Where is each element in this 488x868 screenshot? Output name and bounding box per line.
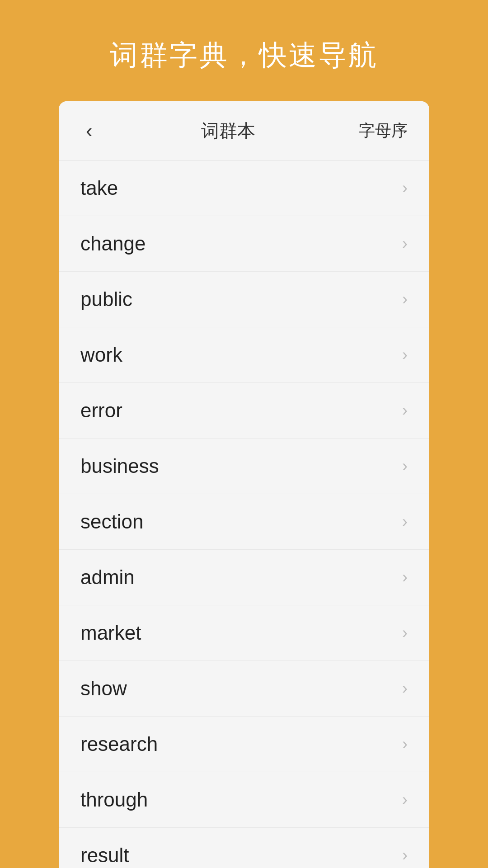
list-item[interactable]: result›	[59, 828, 429, 868]
list-item-label: error	[80, 399, 122, 422]
chevron-right-icon: ›	[402, 179, 408, 198]
chevron-right-icon: ›	[402, 290, 408, 309]
list-item-label: change	[80, 232, 145, 255]
word-list-card: ‹ 词群本 字母序 take›change›public›work›error›…	[59, 101, 429, 868]
list-item[interactable]: research›	[59, 717, 429, 772]
chevron-right-icon: ›	[402, 401, 408, 420]
list-item[interactable]: show›	[59, 661, 429, 717]
list-item-label: admin	[80, 566, 135, 589]
list-item-label: work	[80, 344, 122, 366]
word-list: take›change›public›work›error›business›s…	[59, 160, 429, 868]
list-item-label: public	[80, 288, 132, 311]
list-item[interactable]: work›	[59, 327, 429, 383]
list-item-label: research	[80, 733, 158, 755]
list-item[interactable]: take›	[59, 160, 429, 216]
card-header: ‹ 词群本 字母序	[59, 101, 429, 160]
page-title: 词群字典，快速导航	[110, 36, 378, 74]
list-item[interactable]: error›	[59, 383, 429, 439]
chevron-right-icon: ›	[402, 735, 408, 754]
chevron-right-icon: ›	[402, 790, 408, 809]
list-item[interactable]: market›	[59, 605, 429, 661]
list-item-label: section	[80, 510, 143, 533]
list-item[interactable]: section›	[59, 494, 429, 550]
list-item-label: show	[80, 677, 127, 700]
list-item-label: through	[80, 788, 148, 811]
chevron-right-icon: ›	[402, 623, 408, 642]
list-item[interactable]: public›	[59, 272, 429, 327]
list-item[interactable]: through›	[59, 772, 429, 828]
list-item-label: result	[80, 844, 129, 867]
chevron-right-icon: ›	[402, 568, 408, 587]
chevron-right-icon: ›	[402, 846, 408, 865]
chevron-right-icon: ›	[402, 512, 408, 531]
list-item[interactable]: change›	[59, 216, 429, 272]
chevron-right-icon: ›	[402, 679, 408, 698]
list-item-label: business	[80, 455, 159, 477]
chevron-right-icon: ›	[402, 345, 408, 364]
list-item[interactable]: business›	[59, 439, 429, 494]
chevron-right-icon: ›	[402, 234, 408, 253]
list-item[interactable]: admin›	[59, 550, 429, 605]
header-title: 词群本	[201, 118, 255, 143]
list-item-label: market	[80, 622, 141, 644]
back-button[interactable]: ‹	[80, 118, 98, 144]
chevron-right-icon: ›	[402, 457, 408, 476]
sort-button[interactable]: 字母序	[359, 120, 408, 142]
list-item-label: take	[80, 177, 118, 199]
